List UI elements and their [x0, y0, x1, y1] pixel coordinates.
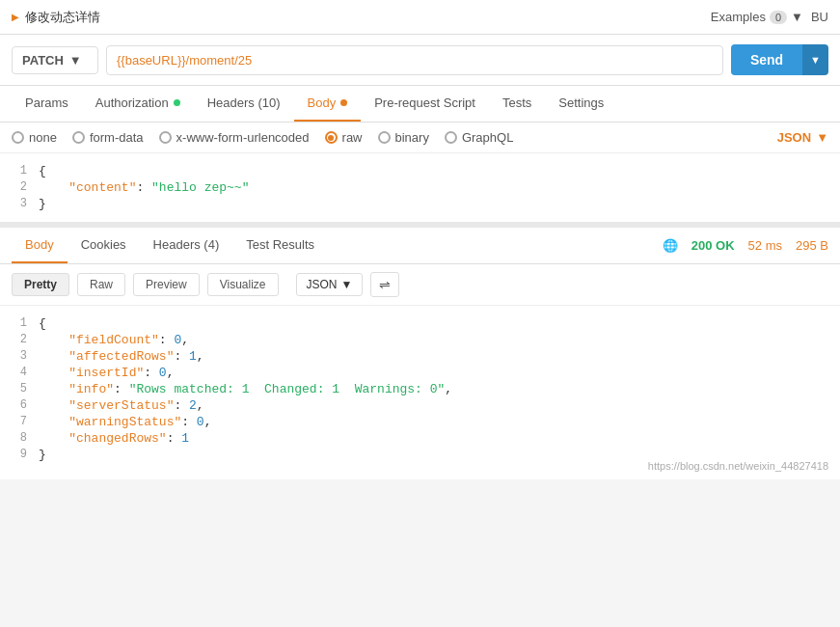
- body-type-form-data[interactable]: form-data: [72, 130, 144, 145]
- title-right: Examples 0 ▼ BU: [711, 10, 828, 24]
- req-val-content: "hello zep~~": [151, 180, 249, 195]
- tab-tests-label: Tests: [502, 95, 531, 110]
- tab-settings-label: Settings: [558, 95, 604, 110]
- req-key-content: "content": [68, 180, 136, 195]
- resp-tab-headers[interactable]: Headers (4): [140, 228, 233, 263]
- fmt-visualize-button[interactable]: Visualize: [207, 273, 279, 296]
- status-time: 52 ms: [748, 238, 782, 253]
- form-data-radio[interactable]: [72, 131, 85, 144]
- resp-line-1: 1 {: [0, 315, 840, 332]
- resp-content-8: "changedRows": 1: [39, 431, 840, 446]
- examples-label: Examples: [711, 10, 766, 24]
- examples-button[interactable]: Examples 0 ▼: [711, 10, 803, 24]
- resp-content-3: "affectedRows": 1,: [39, 349, 840, 364]
- resp-content-1: {: [39, 316, 840, 331]
- raw-radio[interactable]: [325, 131, 338, 144]
- req-line-content-3: }: [39, 197, 840, 211]
- send-wrapper: Send ▼: [731, 44, 828, 75]
- resp-tab-headers-label: Headers (4): [153, 237, 220, 252]
- response-body-viewer: 1 { 2 "fieldCount": 0, 3 "affectedRows":…: [0, 306, 840, 479]
- authorization-dot: [174, 99, 180, 106]
- resp-content-6: "serverStatus": 2,: [39, 398, 840, 413]
- resp-line-4: 4 "insertId": 0,: [0, 365, 840, 381]
- response-tabs-bar: Body Cookies Headers (4) Test Results 🌐 …: [0, 228, 840, 264]
- resp-tab-body[interactable]: Body: [12, 228, 68, 263]
- request-bar: PATCH ▼ Send ▼: [0, 35, 840, 86]
- fmt-raw-button[interactable]: Raw: [77, 273, 125, 296]
- fmt-preview-button[interactable]: Preview: [133, 273, 200, 296]
- graphql-radio[interactable]: [445, 131, 457, 144]
- resp-num-6: 6: [0, 398, 39, 412]
- fmt-pretty-button[interactable]: Pretty: [12, 273, 69, 296]
- resp-content-4: "insertId": 0,: [39, 366, 840, 380]
- none-radio[interactable]: [12, 131, 24, 144]
- status-code: 200 OK: [691, 238, 735, 253]
- req-code-line-1: 1 {: [0, 163, 840, 179]
- binary-radio[interactable]: [378, 131, 391, 144]
- resp-line-2: 2 "fieldCount": 0,: [0, 332, 840, 348]
- tab-pre-request-label: Pre-request Script: [374, 95, 475, 110]
- title-left: ▶ 修改动态详情: [12, 9, 100, 26]
- send-button[interactable]: Send: [731, 44, 802, 75]
- form-data-label: form-data: [90, 130, 144, 145]
- body-type-bar: none form-data x-www-form-urlencoded raw…: [0, 123, 840, 153]
- req-code-line-3: 3 }: [0, 196, 840, 212]
- req-line-content-1: {: [39, 164, 840, 178]
- resp-content-2: "fieldCount": 0,: [39, 333, 840, 347]
- json-format-selector[interactable]: JSON ▼: [777, 130, 828, 145]
- tab-authorization[interactable]: Authorization: [82, 86, 194, 122]
- wrap-lines-button[interactable]: ⇌: [370, 272, 399, 297]
- tab-headers-label: Headers (10): [207, 95, 281, 110]
- resp-num-7: 7: [0, 415, 39, 428]
- body-type-raw[interactable]: raw: [325, 130, 363, 145]
- resp-tab-cookies[interactable]: Cookies: [68, 228, 140, 263]
- resp-format-chevron-icon: ▼: [341, 278, 353, 291]
- resp-line-5: 5 "info": "Rows matched: 1 Changed: 1 Wa…: [0, 381, 840, 397]
- watermark: https://blog.csdn.net/weixin_44827418: [648, 460, 828, 472]
- req-line-num-3: 3: [0, 197, 39, 210]
- none-label: none: [29, 130, 57, 145]
- resp-content-7: "warningStatus": 0,: [39, 415, 840, 429]
- request-body-editor[interactable]: 1 { 2 "content": "hello zep~~" 3 }: [0, 153, 840, 228]
- resp-num-3: 3: [0, 349, 39, 363]
- urlencoded-label: x-www-form-urlencoded: [176, 130, 310, 145]
- request-tabs-bar: Params Authorization Headers (10) Body P…: [0, 86, 840, 123]
- resp-tab-body-label: Body: [25, 237, 54, 252]
- resp-num-4: 4: [0, 366, 39, 379]
- raw-label: raw: [342, 130, 363, 145]
- examples-count: 0: [770, 11, 787, 24]
- tab-tests[interactable]: Tests: [489, 86, 545, 122]
- resp-line-6: 6 "serverStatus": 2,: [0, 397, 840, 414]
- urlencoded-radio[interactable]: [159, 131, 172, 144]
- tab-body[interactable]: Body: [294, 86, 362, 122]
- body-type-graphql[interactable]: GraphQL: [445, 130, 513, 145]
- tab-body-label: Body: [308, 95, 337, 110]
- response-format-selector[interactable]: JSON ▼: [296, 273, 364, 296]
- method-chevron-icon: ▼: [69, 53, 82, 68]
- body-type-urlencoded[interactable]: x-www-form-urlencoded: [159, 130, 310, 145]
- req-line-content-2: "content": "hello zep~~": [39, 180, 840, 195]
- tab-settings[interactable]: Settings: [545, 86, 617, 122]
- json-format-chevron-icon: ▼: [816, 130, 828, 145]
- body-type-binary[interactable]: binary: [378, 130, 429, 145]
- response-format-bar: Pretty Raw Preview Visualize JSON ▼ ⇌: [0, 264, 840, 306]
- req-code-line-2: 2 "content": "hello zep~~": [0, 179, 840, 196]
- body-dot: [340, 99, 347, 106]
- tab-params-label: Params: [25, 95, 68, 110]
- resp-tab-test-results[interactable]: Test Results: [232, 228, 328, 263]
- binary-label: binary: [395, 130, 429, 145]
- resp-content-5: "info": "Rows matched: 1 Changed: 1 Warn…: [39, 382, 840, 396]
- tab-pre-request[interactable]: Pre-request Script: [361, 86, 489, 122]
- send-dropdown-button[interactable]: ▼: [802, 44, 828, 75]
- tab-headers[interactable]: Headers (10): [194, 86, 294, 122]
- method-select[interactable]: PATCH ▼: [12, 46, 98, 74]
- url-input[interactable]: [106, 45, 723, 75]
- expand-arrow-icon[interactable]: ▶: [12, 12, 19, 22]
- body-type-none[interactable]: none: [12, 130, 57, 145]
- resp-num-8: 8: [0, 431, 39, 445]
- tab-params[interactable]: Params: [12, 86, 82, 122]
- chevron-down-icon[interactable]: ▼: [791, 10, 803, 24]
- resp-tab-test-results-label: Test Results: [246, 237, 314, 252]
- resp-tab-cookies-label: Cookies: [81, 237, 126, 252]
- resp-num-2: 2: [0, 333, 39, 346]
